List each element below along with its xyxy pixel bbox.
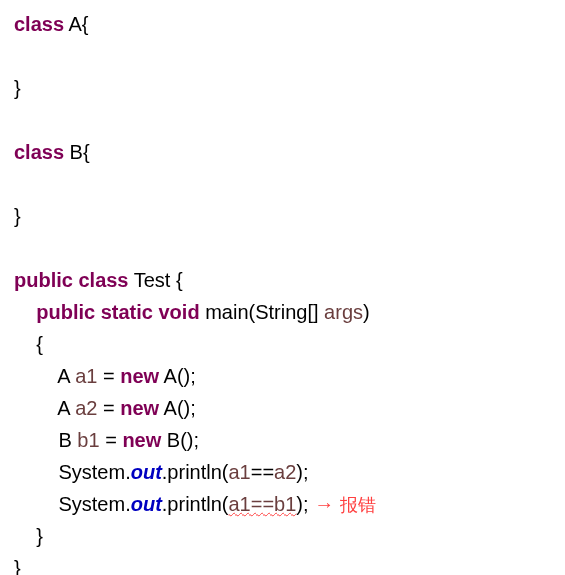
brace-close: } [14, 557, 21, 575]
method-main: main(String[] [200, 301, 324, 323]
class-name-b: B{ [64, 141, 90, 163]
assign-op: = [97, 397, 120, 419]
assign-op: = [97, 365, 120, 387]
class-name-a: A{ [64, 13, 88, 35]
ctor-a: A(); [159, 365, 196, 387]
println-call: .println( [162, 493, 229, 515]
keyword-class: class [73, 269, 129, 291]
code-text: System. [14, 493, 131, 515]
keyword-class: class [14, 141, 64, 163]
class-name-test: Test { [129, 269, 183, 291]
ctor-b: B(); [161, 429, 199, 451]
code-block: class A{ } class B{ } public class Test … [14, 8, 551, 575]
field-out: out [131, 461, 162, 483]
eq-op: == [251, 461, 274, 483]
println-call: .println( [162, 461, 229, 483]
assign-op: = [100, 429, 123, 451]
var-a1: a1 [75, 365, 97, 387]
keyword-new: new [120, 397, 159, 419]
code-text: A [14, 397, 75, 419]
keyword-static: static [95, 301, 153, 323]
brace-open: { [14, 333, 43, 355]
keyword-class: class [14, 13, 64, 35]
brace-close: } [14, 77, 21, 99]
keyword-void: void [153, 301, 200, 323]
paren-close: ) [363, 301, 370, 323]
brace-close: } [14, 525, 43, 547]
brace-close: } [14, 205, 21, 227]
arrow-icon: → [309, 493, 340, 515]
ctor-a: A(); [159, 397, 196, 419]
var-b1: b1 [77, 429, 99, 451]
var-ref-a2: a2 [274, 461, 296, 483]
error-expression: a1==b1 [229, 493, 297, 515]
var-a2: a2 [75, 397, 97, 419]
code-editor-view: class A{ } class B{ } public class Test … [14, 8, 551, 575]
stmt-end: ); [296, 493, 308, 515]
code-text: System. [14, 461, 131, 483]
keyword-new: new [122, 429, 161, 451]
stmt-end: ); [296, 461, 308, 483]
var-ref-a1: a1 [229, 461, 251, 483]
code-text: B [14, 429, 77, 451]
keyword-public: public [14, 269, 73, 291]
field-out: out [131, 493, 162, 515]
error-annotation-label: 报错 [340, 495, 376, 515]
code-text: A [14, 365, 75, 387]
keyword-public: public [36, 301, 95, 323]
keyword-new: new [120, 365, 159, 387]
param-args: args [324, 301, 363, 323]
